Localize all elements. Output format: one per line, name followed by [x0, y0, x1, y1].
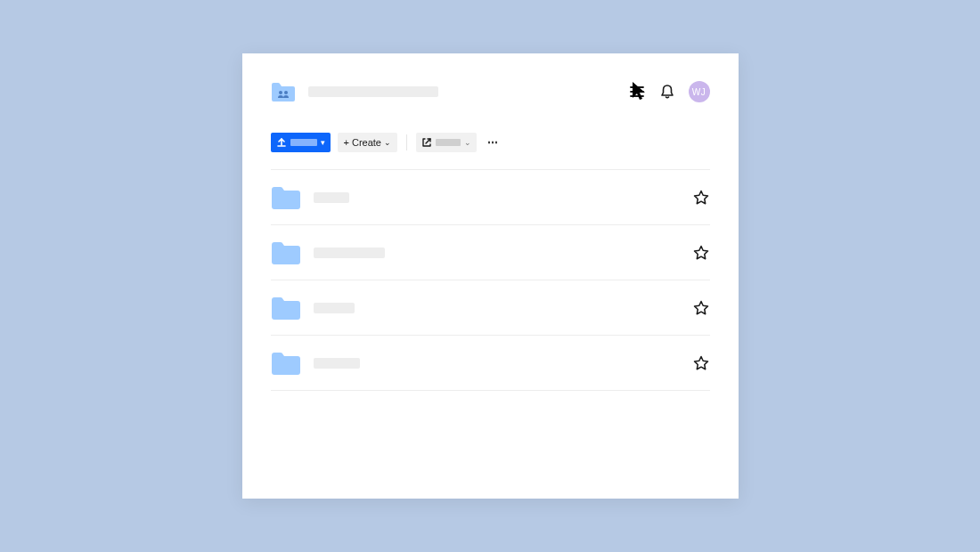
- create-button[interactable]: + Create ⌄: [338, 133, 397, 152]
- create-label: Create: [352, 137, 381, 148]
- share-label: [436, 139, 461, 146]
- list-end-divider: [271, 390, 710, 447]
- avatar[interactable]: WJ: [689, 81, 710, 102]
- plus-icon: +: [344, 137, 349, 148]
- page-title: [308, 86, 438, 97]
- star-icon: [693, 245, 709, 261]
- chevron-down-icon: ⌄: [464, 138, 471, 147]
- upload-button[interactable]: ▾: [271, 133, 331, 152]
- file-list: [242, 169, 739, 447]
- chevron-down-icon: ▾: [321, 138, 325, 147]
- header: WJ: [242, 77, 739, 107]
- item-name: [314, 303, 355, 313]
- row-left: [271, 186, 349, 209]
- folder-icon: [271, 241, 301, 264]
- file-browser-window: WJ ▾ + Create ⌄: [242, 53, 739, 499]
- star-button[interactable]: [692, 244, 710, 262]
- upload-icon: [276, 137, 287, 148]
- star-button[interactable]: [692, 354, 710, 372]
- header-left: [271, 82, 438, 101]
- row-left: [271, 296, 355, 320]
- bell-icon[interactable]: [658, 83, 676, 101]
- star-icon: [693, 190, 709, 206]
- folder-icon: [271, 352, 301, 375]
- row-left: [271, 241, 385, 264]
- svg-point-0: [279, 91, 282, 94]
- share-button[interactable]: ⌄: [416, 133, 477, 152]
- header-right: WJ: [628, 81, 710, 102]
- svg-point-1: [284, 91, 288, 94]
- list-item[interactable]: [271, 280, 710, 335]
- external-link-icon: [421, 137, 432, 148]
- row-left: [271, 352, 360, 375]
- list-item[interactable]: [271, 224, 710, 280]
- shared-folder-icon: [271, 82, 296, 101]
- chevron-down-icon: ⌄: [384, 138, 391, 147]
- folder-icon: [271, 186, 301, 209]
- more-button[interactable]: ⋯: [484, 133, 503, 152]
- toolbar: ▾ + Create ⌄ ⌄ ⋯: [242, 132, 739, 153]
- star-button[interactable]: [692, 189, 710, 207]
- item-name: [314, 192, 349, 203]
- list-item[interactable]: [271, 335, 710, 390]
- item-name: [314, 248, 385, 258]
- upload-label: [290, 139, 317, 146]
- star-icon: [693, 300, 709, 316]
- more-icon: ⋯: [487, 136, 499, 149]
- star-button[interactable]: [692, 299, 710, 317]
- list-item[interactable]: [271, 169, 710, 224]
- toolbar-divider: [406, 134, 407, 150]
- folder-icon: [271, 296, 301, 320]
- menu-icon[interactable]: [628, 83, 646, 101]
- star-icon: [693, 355, 709, 371]
- item-name: [314, 358, 360, 369]
